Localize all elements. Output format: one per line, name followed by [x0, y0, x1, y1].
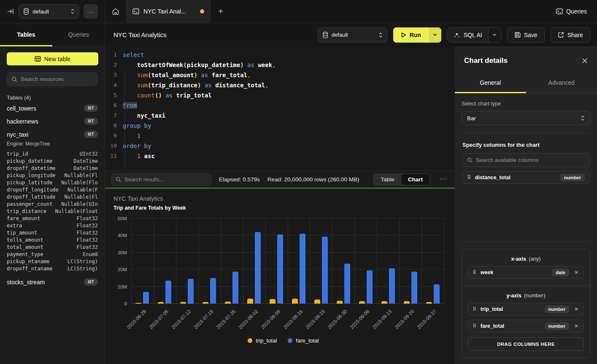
- unsaved-changes-dot: [200, 9, 204, 13]
- spacer: [462, 184, 590, 234]
- save-button[interactable]: Save: [507, 27, 545, 43]
- tab-advanced[interactable]: Advanced: [526, 73, 597, 93]
- column-row-dropoff_ntaname[interactable]: dropoff_ntanameLC(String): [0, 265, 105, 272]
- drag-handle-icon[interactable]: ⠿: [473, 270, 476, 275]
- column-row-pickup_ntaname[interactable]: pickup_ntanameLC(String): [0, 258, 105, 265]
- bar-chart-plot[interactable]: 010M20M30M40M50M: [131, 218, 444, 304]
- available-column-distance-total[interactable]: ⠿ distance_total number: [462, 171, 589, 184]
- column-row-tip_amount[interactable]: tip_amountFloat32: [0, 229, 105, 236]
- y-axis-chip-fare-total[interactable]: ⠿ fare_total number ✕: [468, 320, 584, 332]
- column-row-fare_amount[interactable]: fare_amountFloat32: [0, 215, 105, 222]
- column-row-dropoff_latitude[interactable]: dropoff_latitudeNullable(Fl: [0, 193, 105, 200]
- results-search-input[interactable]: [124, 176, 207, 183]
- bar-group-2015-08-02: [243, 218, 265, 304]
- column-name: distance_total: [475, 175, 556, 181]
- bar-fare_total[interactable]: [300, 234, 305, 304]
- table-row-hackernews[interactable]: hackernews MT: [0, 115, 105, 128]
- drag-handle-icon[interactable]: ⠿: [473, 323, 476, 329]
- sidebar-tab-tables[interactable]: Tables: [0, 23, 52, 46]
- legend-item-trip_total[interactable]: trip_total: [248, 337, 277, 344]
- remove-chip-button[interactable]: ✕: [573, 323, 579, 329]
- run-options-caret[interactable]: [429, 27, 441, 43]
- bar-trip_total[interactable]: [270, 299, 276, 304]
- sidebar-collapse-button[interactable]: [7, 8, 14, 15]
- home-button[interactable]: [105, 0, 126, 23]
- table-row-nyc-taxi[interactable]: nyc_taxi MT: [0, 128, 105, 141]
- sqlai-button-group: SQL AI: [447, 27, 501, 43]
- column-type: DateTime: [73, 158, 98, 164]
- run-button[interactable]: Run: [393, 27, 429, 43]
- chart-type-select[interactable]: Bar: [462, 111, 590, 125]
- x-axis-chip-week[interactable]: ⠿ week date ✕: [468, 266, 584, 279]
- table-row-cell-towers[interactable]: cell_towers MT: [0, 102, 105, 115]
- drag-handle-icon[interactable]: ⠿: [467, 175, 471, 181]
- bar-fare_total[interactable]: [232, 272, 238, 304]
- column-name: pickup_ntaname: [7, 259, 49, 264]
- x-axis-label: x-axis: [511, 256, 526, 262]
- bar-fare_total[interactable]: [389, 268, 395, 304]
- column-row-dropoff_datetime[interactable]: dropoff_datetimeDateTime: [0, 164, 105, 172]
- bar-fare_total[interactable]: [255, 232, 261, 304]
- view-toggle-table[interactable]: Table: [374, 174, 401, 185]
- column-search-input[interactable]: [476, 157, 585, 163]
- legend-item-fare_total[interactable]: fare_total: [288, 337, 319, 344]
- share-button[interactable]: Share: [551, 27, 590, 43]
- column-row-tolls_amount[interactable]: tolls_amountFloat32: [0, 236, 105, 243]
- bar-fare_total[interactable]: [322, 237, 328, 304]
- column-row-trip_id[interactable]: trip_idUInt32: [0, 150, 105, 157]
- close-panel-button[interactable]: [582, 58, 588, 64]
- bar-trip_total[interactable]: [292, 299, 298, 304]
- drag-handle-icon[interactable]: ⠿: [473, 306, 476, 312]
- resource-search-input[interactable]: [21, 76, 95, 82]
- bar-trip_total[interactable]: [314, 299, 320, 304]
- bar-fare_total[interactable]: [344, 264, 350, 304]
- chart-panel: NYC Taxi Analytics Trip and Fare Totals …: [105, 188, 455, 364]
- run-database-selector[interactable]: default: [318, 27, 387, 43]
- code-text: sum(total_amount) as fare_total,: [123, 70, 251, 80]
- view-toggle-chart[interactable]: Chart: [401, 174, 430, 185]
- engine-badge: MT: [84, 105, 98, 112]
- bar-trip_total[interactable]: [247, 299, 253, 304]
- tab-nyc-taxi-analytics[interactable]: NYC Taxi Anal...: [126, 0, 211, 23]
- bar-fare_total[interactable]: [143, 292, 149, 304]
- sqlai-button[interactable]: SQL AI: [448, 28, 488, 42]
- column-row-total_amount[interactable]: total_amountFloat32: [0, 243, 105, 251]
- queries-button[interactable]: Queries: [546, 0, 597, 23]
- sqlai-options-caret[interactable]: [488, 28, 501, 42]
- new-tab-button[interactable]: +: [211, 0, 231, 23]
- database-selector[interactable]: default: [19, 4, 79, 19]
- y-axis-chip-trip-total[interactable]: ⠿ trip_total number ✕: [468, 303, 584, 315]
- bar-fare_total[interactable]: [165, 280, 171, 304]
- column-row-pickup_datetime[interactable]: pickup_datetimeDateTime: [0, 157, 105, 164]
- remove-chip-button[interactable]: ✕: [573, 270, 579, 275]
- bar-fare_total[interactable]: [188, 279, 194, 304]
- code-line-4: 4 sum(trip_distance) as distance_total,: [105, 80, 455, 90]
- bar-fare_total[interactable]: [411, 272, 417, 304]
- column-row-pickup_longitude[interactable]: pickup_longitudeNullable(Fl: [0, 172, 105, 179]
- bar-fare_total[interactable]: [277, 235, 283, 304]
- line-number: 7: [105, 111, 123, 121]
- save-label: Save: [524, 32, 538, 38]
- column-row-payment_type[interactable]: payment_typeEnum8: [0, 251, 105, 258]
- drag-columns-dropzone[interactable]: DRAG COLUMNS HERE: [468, 337, 584, 351]
- sidebar-more-button[interactable]: ···: [84, 4, 98, 19]
- new-table-button[interactable]: New table: [7, 52, 98, 65]
- results-more-button[interactable]: ···: [438, 175, 449, 184]
- column-row-passenger_count[interactable]: passenger_countNullable(UIn: [0, 200, 105, 208]
- bar-trip_total[interactable]: [337, 301, 343, 304]
- bar-fare_total[interactable]: [367, 270, 373, 304]
- code-line-6: 6from: [105, 100, 455, 111]
- bar-fare_total[interactable]: [434, 284, 440, 304]
- remove-chip-button[interactable]: ✕: [573, 306, 579, 312]
- search-icon: [116, 177, 121, 182]
- column-row-trip_distance[interactable]: trip_distanceNullable(Float: [0, 208, 105, 215]
- sql-editor[interactable]: 1select2 toStartOfWeek(pickup_datetime) …: [105, 46, 455, 170]
- column-row-dropoff_longitude[interactable]: dropoff_longitudeNullable(F: [0, 186, 105, 193]
- column-row-pickup_latitude[interactable]: pickup_latitudeNullable(Flo: [0, 179, 105, 186]
- code-text: 1: [123, 131, 140, 141]
- column-row-extra[interactable]: extraFloat32: [0, 222, 105, 229]
- tab-general[interactable]: General: [455, 73, 526, 93]
- table-row-stocks-stream[interactable]: stocks_stream MT: [0, 275, 105, 289]
- sidebar-tab-queries[interactable]: Queries: [52, 23, 105, 46]
- bar-fare_total[interactable]: [210, 278, 216, 304]
